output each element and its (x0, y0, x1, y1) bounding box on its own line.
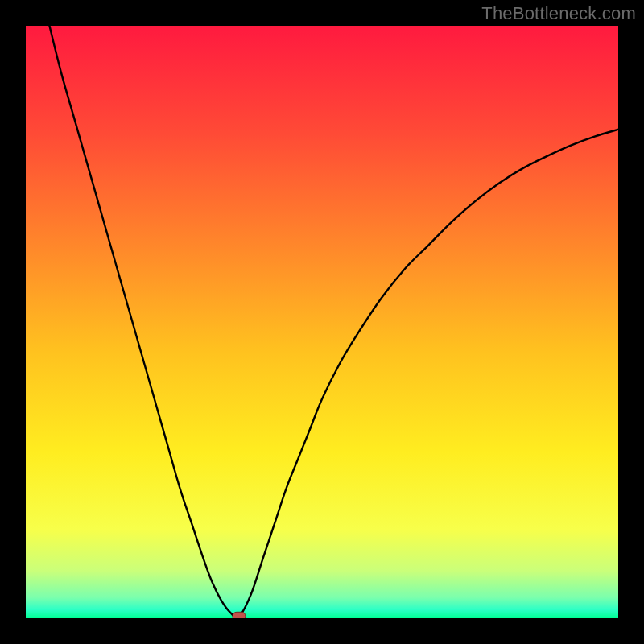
optimal-point-marker (233, 612, 246, 618)
gradient-background (26, 26, 618, 618)
watermark-text: TheBottleneck.com (481, 3, 636, 24)
chart-svg (26, 26, 618, 618)
chart-frame: TheBottleneck.com (0, 0, 644, 644)
plot-area (26, 26, 618, 618)
